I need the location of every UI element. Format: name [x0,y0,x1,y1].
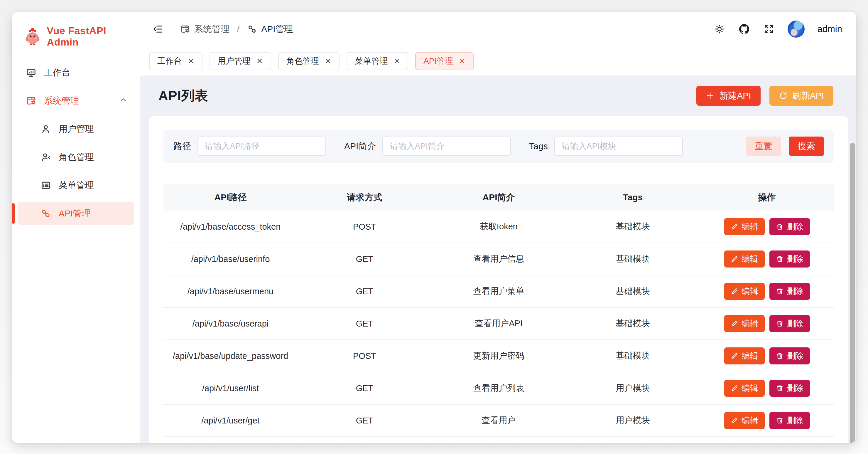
edit-button[interactable]: 编辑 [724,412,765,429]
sidebar-subitem-label: 菜单管理 [59,179,94,192]
tab-chip-用户管理[interactable]: 用户管理 ✕ [210,52,271,70]
breadcrumb-api[interactable]: API管理 [247,23,293,35]
sidebar-item-label: 系统管理 [44,95,79,107]
summary-filter-input[interactable] [382,137,511,156]
sidebar-menu: 工作台 系统管理 用户管理 角色管理 菜单管理 API管理 [12,61,140,225]
tab-label: 菜单管理 [355,56,388,67]
delete-button[interactable]: 删除 [769,283,810,300]
sidebar-subitem-菜单管理[interactable]: 菜单管理 [18,174,134,197]
tab-label: 工作台 [157,56,182,67]
tab-chip-工作台[interactable]: 工作台 ✕ [149,52,203,70]
api-list-card: 路径 API简介 Tags 重置 搜索 API路径请求方式API简介Tags操作… [149,116,848,443]
tabs-bar: 工作台 ✕ 用户管理 ✕ 角色管理 ✕ 菜单管理 ✕ API管理 ✕ [140,47,856,76]
delete-button[interactable]: 删除 [769,315,810,332]
sidebar-item-workbench[interactable]: 工作台 [18,61,134,84]
path-filter-input[interactable] [197,137,326,156]
cell-method: GET [298,384,432,393]
tab-chip-API管理[interactable]: API管理 ✕ [415,52,474,70]
tab-close-icon[interactable]: ✕ [256,57,263,65]
edit-button[interactable]: 编辑 [724,251,765,267]
tab-chip-菜单管理[interactable]: 菜单管理 ✕ [346,52,408,70]
scrollbar-thumb[interactable] [850,143,855,443]
table-row: /api/v1/user/get GET 查看用户 用户模块 编辑 删除 [163,405,834,437]
pencil-icon [731,287,738,295]
tab-close-icon[interactable]: ✕ [188,57,194,65]
sidebar-item-system[interactable]: 系统管理 [18,89,134,112]
cell-summary: 查看用户列表 [432,382,566,394]
create-api-button[interactable]: 新建API [696,86,760,106]
edit-button[interactable]: 编辑 [724,283,765,300]
sidebar-subitem-API管理[interactable]: API管理 [18,202,134,225]
tab-close-icon[interactable]: ✕ [325,57,332,65]
search-button[interactable]: 搜索 [789,137,824,156]
edit-button[interactable]: 编辑 [724,315,765,332]
menu-fold-icon[interactable] [152,23,164,35]
trash-icon [776,352,783,360]
table-row: /api/v1/base/access_token POST 获取token 基… [163,211,834,243]
column-header-操作: 操作 [700,192,834,203]
cell-actions: 编辑 删除 [700,218,834,235]
cell-summary: 获取token [432,221,566,233]
breadcrumb-system[interactable]: 系统管理 [180,23,229,35]
theme-sun-icon[interactable] [714,23,725,35]
plug-icon [247,24,257,34]
tab-label: 用户管理 [218,56,251,67]
role-icon [40,152,51,162]
sidebar-item-label: 工作台 [44,67,70,79]
breadcrumb-label: 系统管理 [194,23,229,35]
trash-icon [776,417,783,424]
cell-actions: 编辑 删除 [700,315,834,332]
github-icon[interactable] [738,23,750,35]
tab-close-icon[interactable]: ✕ [394,57,400,65]
delete-button[interactable]: 删除 [769,380,810,397]
delete-button[interactable]: 删除 [769,251,810,267]
title-actions: 新建API 刷新API [696,86,847,106]
pencil-icon [731,385,738,392]
trash-icon [776,255,783,263]
delete-button[interactable]: 删除 [769,347,810,364]
sidebar-subitem-角色管理[interactable]: 角色管理 [18,146,134,169]
user-icon [40,124,51,134]
refresh-api-button[interactable]: 刷新API [769,86,833,106]
header-right: admin [714,21,842,37]
cell-tags: 基础模块 [566,253,700,265]
pencil-icon [731,255,738,263]
sidebar-subitem-用户管理[interactable]: 用户管理 [18,117,134,140]
cell-summary: 查看用户 [432,415,566,426]
edit-button[interactable]: 编辑 [724,347,765,364]
pencil-icon [731,320,738,328]
column-header-API路径: API路径 [163,192,298,203]
page-title: API列表 [158,87,208,105]
trash-icon [776,385,783,392]
cell-tags: 基础模块 [566,285,700,297]
tab-chip-角色管理[interactable]: 角色管理 ✕ [278,52,340,70]
breadcrumb: 系统管理 / API管理 [180,23,293,35]
table-row: /api/v1/base/userapi GET 查看用户API 基础模块 编辑… [163,308,834,340]
delete-button[interactable]: 删除 [769,218,810,235]
page-title-row: API列表 新建API 刷新API [140,76,856,116]
cell-summary: 查看用户信息 [432,253,566,265]
reset-button[interactable]: 重置 [746,137,781,156]
cell-tags: 基础模块 [566,318,700,330]
cell-api-path: /api/v1/base/update_password [163,351,298,361]
brand-title: Vue FastAPI Admin [47,25,140,48]
sidebar: Vue FastAPI Admin 工作台 系统管理 用户管理 角色管理 菜单管… [12,12,140,443]
username[interactable]: admin [817,24,842,34]
tab-close-icon[interactable]: ✕ [459,57,465,65]
cell-summary: 查看用户API [432,318,566,330]
pencil-icon [731,223,738,230]
cell-api-path: /api/v1/base/usermenu [163,287,298,296]
refresh-api-label: 刷新API [792,90,824,102]
content-area: API列表 新建API 刷新API 路径 API [140,76,856,443]
main-area: 系统管理 / API管理 admin 工作台 ✕ 用户管理 ✕ [140,12,856,443]
fullscreen-icon[interactable] [763,23,775,35]
edit-button[interactable]: 编辑 [724,218,765,235]
avatar[interactable] [787,21,805,37]
monitor-icon [26,67,36,78]
column-header-API简介: API简介 [432,192,566,203]
delete-button[interactable]: 删除 [769,412,810,429]
tags-filter-input[interactable] [554,137,683,156]
brand[interactable]: Vue FastAPI Admin [12,22,140,51]
menu-list-icon [40,180,51,191]
edit-button[interactable]: 编辑 [724,380,765,397]
